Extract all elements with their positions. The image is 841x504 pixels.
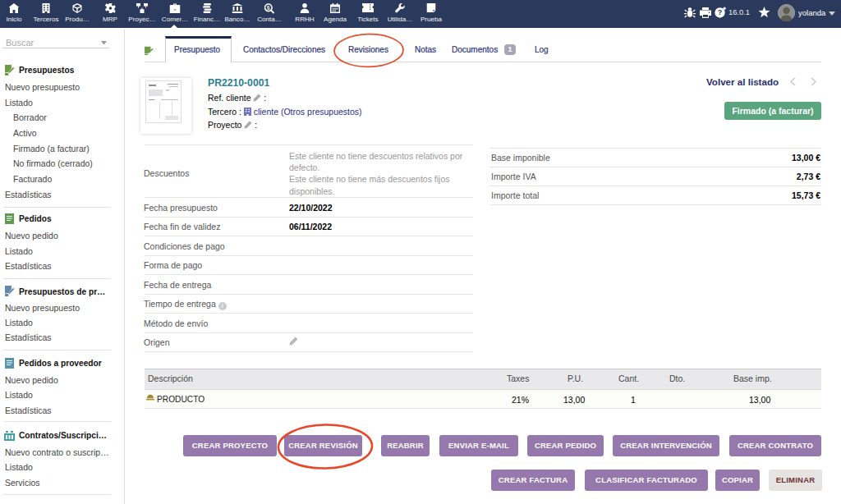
svg-text:?: ?	[718, 8, 722, 16]
